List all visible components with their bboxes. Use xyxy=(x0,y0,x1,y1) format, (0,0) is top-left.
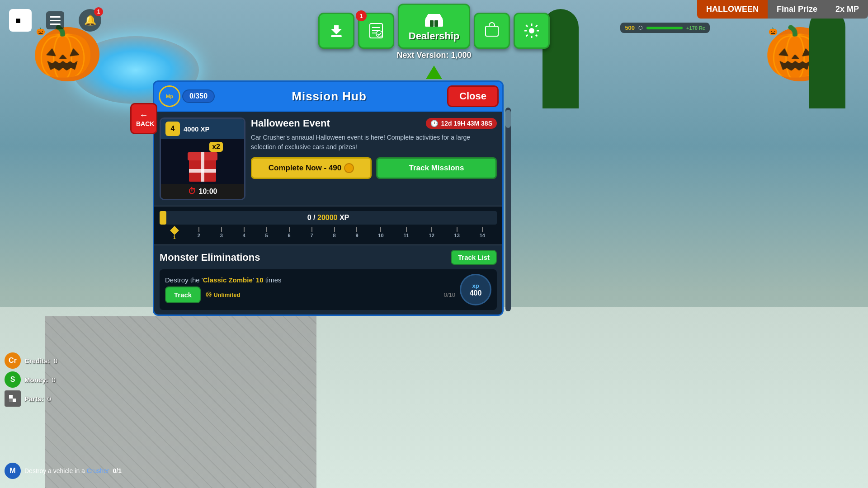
level-marker-diamond-1 xyxy=(170,226,179,235)
level-marker-14: 14 xyxy=(480,227,485,240)
xp-progress-section: 0 / 20000 XP 1 2 3 xyxy=(154,206,502,245)
hamburger-menu-button[interactable] xyxy=(46,11,64,29)
missions-header: Monster Eliminations Track List xyxy=(160,250,497,265)
center-toolbar: 1 Dealership xyxy=(318,4,550,49)
complete-now-button[interactable]: Complete Now - 490 xyxy=(251,157,372,179)
event-title-row: Halloween Event 🕐 12d 19H 43M 38S xyxy=(251,117,497,129)
gift-box-container: x2 xyxy=(182,141,223,182)
mp-value: 0/350 xyxy=(182,89,215,103)
pumpkin-left-face: 🎃 xyxy=(36,27,99,81)
bottom-mission-crusher-link: Crusher xyxy=(87,467,109,474)
next-version-text: Next Version: 1,000 xyxy=(396,51,471,60)
back-label: BACK xyxy=(136,120,154,127)
level-marker-num-14: 14 xyxy=(480,233,485,238)
bottom-mission-text: Destroy a vehicle in a Crusher xyxy=(24,467,109,474)
bottom-mission-label: Destroy a vehicle in a xyxy=(24,467,85,474)
level-marker-3: 3 xyxy=(220,227,223,240)
level-marker-1: 1 xyxy=(171,227,178,240)
level-marker-line-14 xyxy=(482,227,483,232)
close-button[interactable]: Close xyxy=(447,85,499,107)
event-xp-label: 4000 XP xyxy=(184,125,210,133)
svg-rect-14 xyxy=(13,399,16,402)
hamburger-line-3 xyxy=(50,23,61,25)
parts-value: 0 xyxy=(47,395,51,403)
final-prize-badge: Final Prize xyxy=(768,0,826,19)
inventory-button[interactable] xyxy=(474,13,510,49)
dealership-button[interactable]: Dealership xyxy=(398,4,470,49)
mission-m-icon: M xyxy=(5,463,21,479)
mission-description: Destroy the 'Classic Zombie' 10 times xyxy=(165,276,455,284)
bottom-mission-bar: M Destroy a vehicle in a Crusher 0/1 xyxy=(5,463,122,479)
parts-stat-row: Parts: 0 xyxy=(5,390,57,407)
roblox-logo[interactable]: ■ xyxy=(9,9,32,32)
level-marker-num-4: 4 xyxy=(243,233,245,238)
event-actions: Complete Now - 490 Track Missions xyxy=(251,157,497,179)
level-marker-num-1: 1 xyxy=(173,235,176,240)
level-markers: 1 2 3 4 5 xyxy=(160,227,497,240)
svg-rect-2 xyxy=(331,35,342,37)
settings-button[interactable] xyxy=(514,13,550,49)
clock-icon: 🕐 xyxy=(430,120,438,127)
level-marker-line-2 xyxy=(198,227,199,232)
svg-rect-8 xyxy=(425,19,443,27)
level-marker-num-8: 8 xyxy=(333,233,335,238)
level-marker-line-3 xyxy=(221,227,222,232)
hamburger-line-1 xyxy=(50,16,61,18)
track-button[interactable]: Track xyxy=(165,286,201,303)
event-description: Car Crusher's annaual Halloween event is… xyxy=(251,133,497,152)
svg-rect-11 xyxy=(486,26,498,36)
event-name: Halloween Event xyxy=(251,117,330,129)
xp-reward-amount: 400 xyxy=(470,289,482,297)
level-marker-num-11: 11 xyxy=(403,233,409,238)
xp-unit: XP xyxy=(340,214,349,221)
xp-progress-bar-container: 0 / 20000 XP xyxy=(160,211,497,225)
level-marker-10: 10 xyxy=(378,227,383,240)
svg-text:■: ■ xyxy=(15,15,21,25)
level-marker-line-11 xyxy=(406,227,407,232)
notification-button[interactable]: 🔔 1 xyxy=(79,9,101,32)
complete-now-label: Complete Now - 490 xyxy=(269,164,342,173)
ribbon-vertical xyxy=(201,152,204,182)
dealership-label: Dealership xyxy=(409,30,460,42)
unlimited-badge: ♾ Unlimited xyxy=(205,291,240,299)
modal-body: 4 4000 XP x2 xyxy=(153,112,504,316)
modal-title: Mission Hub xyxy=(215,89,443,103)
svg-point-7 xyxy=(376,31,382,37)
xp-reward-label: xp xyxy=(472,282,479,289)
mission-content: Destroy the 'Classic Zombie' 10 times Tr… xyxy=(165,276,455,303)
money-icon-text: S xyxy=(10,375,15,384)
event-section: 4 4000 XP x2 xyxy=(154,112,502,206)
level-marker-num-3: 3 xyxy=(220,233,223,238)
pumpkin-left: 🎃 xyxy=(36,27,99,81)
level-marker-num-12: 12 xyxy=(429,233,434,238)
download-button[interactable] xyxy=(318,13,354,49)
track-list-button[interactable]: Track List xyxy=(451,250,497,265)
back-arrow-icon: ← xyxy=(136,110,151,120)
scroll-indicator[interactable] xyxy=(505,108,511,311)
level-marker-num-13: 13 xyxy=(454,233,460,238)
x2-badge: x2 xyxy=(209,142,223,152)
credits-value: 0 xyxy=(54,357,57,365)
mission-item: Destroy the 'Classic Zombie' 10 times Tr… xyxy=(160,269,497,310)
back-button[interactable]: ← BACK xyxy=(130,103,157,134)
level-marker-4: 4 xyxy=(243,227,245,240)
xp-current: 0 xyxy=(307,214,311,221)
level-marker-11: 11 xyxy=(403,227,409,240)
credits-icon: Cr xyxy=(5,352,21,369)
svg-point-12 xyxy=(529,28,534,33)
notification-badge: 1 xyxy=(94,7,103,16)
svg-rect-15 xyxy=(9,399,13,402)
two-x-mp-badge: 2x MP xyxy=(826,0,868,19)
level-marker-line-9 xyxy=(356,227,357,232)
level-marker-6: 6 xyxy=(288,227,291,240)
level-marker-line-8 xyxy=(334,227,335,232)
mission-desc-suffix-post: times xyxy=(264,276,282,284)
level-marker-line-13 xyxy=(457,227,458,232)
plant-far-right xyxy=(809,9,845,108)
parts-icon xyxy=(5,390,21,407)
missions-button[interactable]: 1 xyxy=(358,13,394,49)
event-info: Halloween Event 🕐 12d 19H 43M 38S Car Cr… xyxy=(251,117,497,200)
level-marker-13: 13 xyxy=(454,227,460,240)
track-missions-button[interactable]: Track Missions xyxy=(376,157,497,179)
level-marker-line-12 xyxy=(431,227,432,232)
